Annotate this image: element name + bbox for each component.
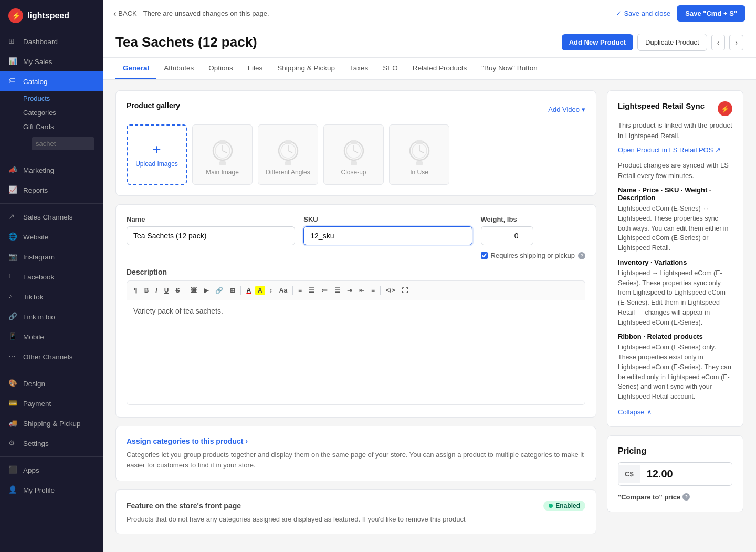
inuse-watch-icon	[404, 134, 435, 165]
toolbar-link-btn[interactable]: 🔗	[213, 285, 226, 296]
assign-arrow-icon: ›	[245, 437, 248, 445]
sidebar-item-my-profile[interactable]: 👤 My Profile	[0, 480, 103, 500]
sidebar-item-link-in-bio[interactable]: 🔗 Link in bio	[0, 307, 103, 327]
compare-price-help-icon[interactable]: ?	[682, 493, 690, 501]
svg-line-23	[419, 151, 424, 153]
svg-rect-3	[219, 161, 226, 165]
save-primary-button[interactable]: Save "Cmd + S"	[677, 5, 746, 22]
gallery-closeup-image[interactable]: Close-up	[323, 124, 384, 185]
sidebar-item-mobile[interactable]: 📱 Mobile	[0, 327, 103, 347]
tab-general[interactable]: General	[116, 58, 156, 79]
angles-image-label: Different Angles	[266, 169, 310, 176]
name-input[interactable]	[127, 226, 295, 245]
sidebar-label-catalog: Catalog	[23, 78, 48, 86]
open-product-ls-link[interactable]: Open Product in LS Retail POS ↗	[618, 146, 732, 154]
closeup-watch-icon	[338, 134, 370, 165]
sidebar-item-payment[interactable]: 💳 Payment	[0, 393, 103, 413]
name-sku-row: Name SKU Weight, lbs	[127, 215, 585, 259]
sidebar-item-facebook[interactable]: f Facebook	[0, 267, 103, 287]
tab-files[interactable]: Files	[240, 58, 270, 79]
toolbar-list-ul-btn[interactable]: ≔	[319, 285, 330, 296]
sidebar-item-instagram[interactable]: 📷 Instagram	[0, 247, 103, 267]
sidebar-item-other-channels[interactable]: ⋯ Other Channels	[0, 347, 103, 367]
tab-options[interactable]: Options	[201, 58, 240, 79]
toolbar-table-btn[interactable]: ⊞	[227, 285, 238, 296]
sidebar-item-settings[interactable]: ⚙ Settings	[0, 433, 103, 453]
sync-header: Lightspeed Retail Sync ⚡	[618, 101, 732, 116]
tab-shipping[interactable]: Shipping & Pickup	[270, 58, 342, 79]
toolbar-align-right-btn[interactable]: ≡	[369, 285, 377, 296]
mobile-icon: 📱	[8, 332, 18, 341]
sidebar-item-reports[interactable]: 📈 Reports	[0, 180, 103, 200]
toolbar-case-btn[interactable]: Aa	[277, 285, 290, 296]
assign-categories-label: Assign categories to this product	[127, 437, 243, 445]
tab-seo[interactable]: SEO	[375, 58, 405, 79]
requires-shipping-help-icon[interactable]: ?	[578, 252, 585, 259]
toolbar-indent-btn[interactable]: ⇥	[344, 285, 355, 296]
toolbar-bold-btn[interactable]: B	[142, 285, 152, 296]
collapse-button[interactable]: Collapse ∧	[618, 408, 732, 416]
sidebar-item-design[interactable]: 🎨 Design	[0, 373, 103, 393]
sync-section-3-desc: Lightspeed eCom (E-Series) only. These p…	[618, 342, 732, 402]
sync-card: Lightspeed Retail Sync ⚡ This product is…	[607, 90, 743, 427]
feature-label: Feature on the store's front page	[127, 502, 241, 510]
duplicate-product-button[interactable]: Duplicate Product	[637, 34, 707, 51]
toolbar-strikethrough-btn[interactable]: S	[173, 285, 182, 296]
toolbar-italic-btn[interactable]: I	[153, 285, 160, 296]
toolbar-code-btn[interactable]: </>	[383, 285, 397, 296]
feature-enabled-badge[interactable]: Enabled	[543, 501, 585, 511]
toolbar-underline-btn[interactable]: U	[162, 285, 172, 296]
sidebar-item-sales-channels[interactable]: ↗ Sales Channels	[0, 207, 103, 227]
toolbar-list-ol-btn[interactable]: ☰	[332, 285, 343, 296]
sidebar-item-dashboard[interactable]: ⊞ Dashboard	[0, 32, 103, 51]
sidebar-item-catalog[interactable]: 🏷 Catalog	[0, 71, 103, 91]
toolbar-font-color-btn[interactable]: A	[244, 285, 254, 296]
weight-input[interactable]	[481, 226, 533, 245]
content-area: Tea Sachets (12 pack) Add New Product Du…	[103, 27, 756, 552]
upload-images-slot[interactable]: + Upload Images	[127, 124, 187, 185]
toolbar-image-btn[interactable]: 🖼	[188, 285, 200, 296]
price-input[interactable]	[640, 463, 732, 485]
sidebar-sub-gift-cards[interactable]: Gift Cards	[23, 120, 103, 134]
sidebar-sub-categories[interactable]: Categories	[23, 106, 103, 120]
sidebar-label-my-profile: My Profile	[23, 486, 55, 494]
prev-product-button[interactable]: ‹	[711, 35, 726, 50]
sidebar-sub-products[interactable]: Products	[23, 91, 103, 106]
next-product-button[interactable]: ›	[729, 35, 743, 50]
search-input[interactable]	[32, 137, 94, 150]
toolbar-align-center-btn[interactable]: ☰	[306, 285, 317, 296]
toolbar-video-btn[interactable]: ▶	[201, 285, 211, 296]
sidebar-item-tiktok[interactable]: ♪ TikTok	[0, 287, 103, 307]
sidebar-item-shipping[interactable]: 🚚 Shipping & Pickup	[0, 413, 103, 433]
back-button[interactable]: ‹ BACK	[113, 9, 137, 18]
add-new-product-button[interactable]: Add New Product	[562, 34, 633, 50]
description-textarea[interactable]: Variety pack of tea sachets.	[127, 300, 585, 405]
requires-shipping-checkbox[interactable]	[481, 252, 488, 259]
gallery-angles-image[interactable]: Different Angles	[258, 124, 318, 185]
sku-input[interactable]	[303, 226, 472, 245]
sidebar-item-apps[interactable]: ⬛ Apps	[0, 460, 103, 480]
tab-buy-now[interactable]: "Buy Now" Button	[474, 58, 544, 79]
tab-taxes[interactable]: Taxes	[342, 58, 375, 79]
assign-categories-link[interactable]: Assign categories to this product ›	[127, 437, 585, 445]
tab-attributes[interactable]: Attributes	[156, 58, 201, 79]
toolbar-align-left-btn[interactable]: ≡	[296, 285, 304, 296]
save-and-close-button[interactable]: ✓ Save and close	[616, 9, 670, 17]
sidebar-item-marketing[interactable]: 📣 Marketing	[0, 160, 103, 180]
sidebar-item-my-sales[interactable]: 📊 My Sales	[0, 51, 103, 71]
pricing-title: Pricing	[618, 446, 732, 456]
toolbar-outdent-btn[interactable]: ⇤	[356, 285, 367, 296]
gallery-inuse-image[interactable]: In Use	[389, 124, 449, 185]
sync-section-2: Inventory · Variations Lightspeed → Ligh…	[618, 258, 732, 328]
tab-related[interactable]: Related Products	[405, 58, 475, 79]
plus-icon: +	[152, 142, 161, 157]
gallery-main-image[interactable]: Main Image	[192, 124, 253, 185]
toolbar-highlight-btn[interactable]: A	[255, 286, 265, 295]
add-video-button[interactable]: Add Video ▾	[548, 106, 585, 113]
toolbar-format-btn[interactable]: ↕	[267, 285, 275, 296]
back-arrow-icon: ‹	[113, 9, 116, 18]
toolbar-fullscreen-btn[interactable]: ⛶	[399, 285, 411, 296]
sidebar-item-website[interactable]: 🌐 Website	[0, 227, 103, 247]
toolbar-paragraph-btn[interactable]: ¶	[131, 285, 140, 296]
sidebar-logo[interactable]: ⚡ lightspeed	[0, 0, 103, 32]
